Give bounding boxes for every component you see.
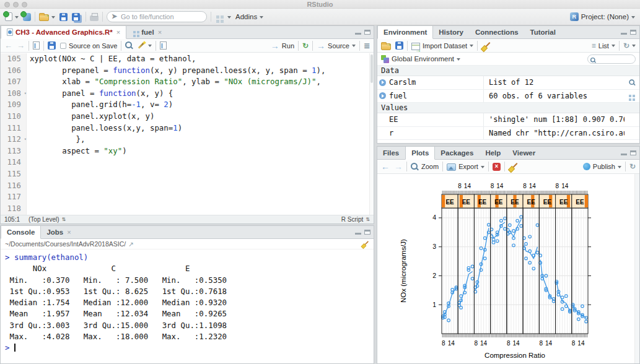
- fold-icon[interactable]: ▾: [24, 134, 27, 145]
- code-tools-icon[interactable]: [138, 41, 146, 50]
- forward-icon[interactable]: →: [17, 41, 25, 50]
- addins-menu[interactable]: Addins: [235, 13, 257, 20]
- import-caret-icon[interactable]: [470, 45, 473, 49]
- maximize-pane-icon[interactable]: [364, 30, 370, 35]
- tab-connections[interactable]: Connections: [470, 26, 525, 38]
- clear-environment-icon[interactable]: [481, 41, 490, 50]
- environment-object-row[interactable]: fuel60 obs. of 6 variables: [377, 90, 639, 103]
- tab-viewer[interactable]: Viewer: [507, 147, 541, 159]
- save-workspace-icon[interactable]: [395, 41, 403, 50]
- open-file-caret-icon[interactable]: [51, 16, 55, 20]
- clear-plots-icon[interactable]: [509, 162, 517, 171]
- print-icon[interactable]: [90, 15, 99, 21]
- project-caret-icon[interactable]: [631, 16, 635, 20]
- source-button[interactable]: Source: [328, 42, 349, 50]
- doc-type-selector[interactable]: R Script: [341, 216, 364, 223]
- tab-source-file[interactable]: CH3 - Advanced Graphics.R* ×: [1, 26, 126, 39]
- publish-icon[interactable]: [583, 163, 590, 170]
- remove-plot-icon[interactable]: ×: [493, 163, 501, 171]
- refresh-caret-icon[interactable]: [632, 45, 636, 49]
- tab-fuel-data[interactable]: fuel ×: [126, 26, 168, 38]
- environment-object-row[interactable]: EE'shingle' num [1:88] 0.907 0.761 1…: [377, 113, 639, 127]
- tab-packages[interactable]: Packages: [435, 147, 480, 159]
- plots-scrollbar[interactable]: [634, 174, 639, 363]
- save-icon[interactable]: [59, 13, 68, 21]
- environment-search-input[interactable]: [587, 54, 636, 64]
- close-icon[interactable]: ×: [116, 28, 120, 36]
- close-icon[interactable]: ×: [158, 28, 162, 36]
- minimize-pane-icon[interactable]: [621, 33, 627, 35]
- run-icon[interactable]: →: [271, 41, 279, 51]
- code-editor[interactable]: 105xyplot(NOx ~ C | EE, data = ethanol,1…: [1, 53, 374, 215]
- publish-caret-icon[interactable]: [618, 166, 621, 170]
- source-icon[interactable]: →: [317, 41, 325, 51]
- list-view-button[interactable]: List: [598, 42, 609, 50]
- maximize-pane-icon[interactable]: [364, 230, 370, 235]
- minimize-pane-icon[interactable]: [355, 33, 361, 35]
- list-caret-icon[interactable]: [612, 45, 615, 49]
- tab-tutorial[interactable]: Tutorial: [525, 26, 562, 38]
- refresh-plot-icon[interactable]: ↻: [629, 162, 636, 171]
- rerun-icon[interactable]: ↻: [302, 41, 309, 50]
- project-menu[interactable]: Project: (None): [581, 13, 629, 20]
- import-dataset-icon[interactable]: [411, 43, 420, 50]
- goto-file-input[interactable]: [107, 11, 207, 22]
- tab-plots[interactable]: Plots: [405, 147, 435, 160]
- source-on-save-checkbox[interactable]: [60, 43, 66, 49]
- code-tools-caret-icon[interactable]: [148, 45, 152, 49]
- import-dataset-button[interactable]: Import Dataset: [423, 42, 467, 50]
- environment-object-row[interactable]: rNamed chr "http://cran.csiro.au": [377, 127, 639, 141]
- close-icon[interactable]: ×: [67, 228, 71, 236]
- zoom-plot-icon[interactable]: [411, 163, 419, 171]
- export-plot-icon[interactable]: [447, 163, 456, 171]
- maximize-pane-icon[interactable]: [630, 150, 636, 155]
- publish-button[interactable]: Publish: [593, 163, 615, 170]
- maximize-pane-icon[interactable]: [630, 30, 636, 35]
- minimize-pane-icon[interactable]: [621, 154, 627, 155]
- environment-scope-selector[interactable]: Global Environment: [392, 55, 454, 63]
- new-file-caret-icon[interactable]: [15, 16, 19, 20]
- panes-caret-icon[interactable]: [227, 16, 231, 20]
- load-workspace-icon[interactable]: [381, 43, 391, 50]
- tab-environment[interactable]: Environment: [377, 26, 433, 39]
- scope-selector[interactable]: (Top Level): [28, 216, 59, 223]
- open-file-icon[interactable]: [39, 14, 49, 21]
- workspace-panes-icon[interactable]: [216, 15, 219, 19]
- goto-directory-icon[interactable]: ↗: [128, 240, 134, 248]
- new-project-icon[interactable]: [23, 13, 31, 21]
- previous-plot-icon[interactable]: ←: [381, 162, 390, 171]
- expand-icon[interactable]: [379, 92, 386, 99]
- document-outline-icon[interactable]: ≣: [364, 41, 370, 50]
- source-caret-icon[interactable]: [352, 45, 356, 49]
- new-file-icon[interactable]: [5, 12, 12, 21]
- scope-caret-icon[interactable]: [457, 58, 460, 63]
- back-icon[interactable]: ←: [4, 41, 12, 50]
- run-button[interactable]: Run: [282, 42, 294, 50]
- view-table-icon[interactable]: [629, 95, 631, 97]
- next-plot-icon[interactable]: →: [394, 162, 403, 171]
- clear-console-icon[interactable]: [361, 240, 368, 247]
- compile-report-icon[interactable]: [160, 41, 167, 50]
- expand-icon[interactable]: [379, 79, 386, 86]
- tab-files[interactable]: Files: [377, 147, 405, 159]
- environment-object-row[interactable]: CarslmList of 12: [377, 76, 639, 90]
- console-output[interactable]: > summary(ethanol) NOx C E Min. :0.370 M…: [1, 250, 374, 363]
- fold-icon[interactable]: ▾: [24, 88, 27, 100]
- addins-caret-icon[interactable]: [260, 16, 263, 20]
- save-icon[interactable]: [48, 41, 56, 50]
- tab-history[interactable]: History: [433, 26, 470, 38]
- zoom-button[interactable]: Zoom: [421, 163, 439, 170]
- refresh-icon[interactable]: ↻: [623, 41, 629, 50]
- export-caret-icon[interactable]: [481, 166, 484, 170]
- list-view-icon[interactable]: ≡: [592, 41, 596, 50]
- editor-scrollbar[interactable]: [369, 53, 374, 215]
- project-icon[interactable]: R: [570, 12, 579, 21]
- minimize-pane-icon[interactable]: [355, 233, 361, 235]
- find-icon[interactable]: [125, 41, 133, 50]
- popout-icon[interactable]: [33, 41, 40, 50]
- tab-jobs[interactable]: Jobs ×: [41, 226, 77, 238]
- tab-help[interactable]: Help: [480, 147, 507, 159]
- tab-console[interactable]: Console: [1, 226, 41, 239]
- export-button[interactable]: Export: [458, 163, 478, 170]
- inspect-object-icon[interactable]: [629, 79, 635, 85]
